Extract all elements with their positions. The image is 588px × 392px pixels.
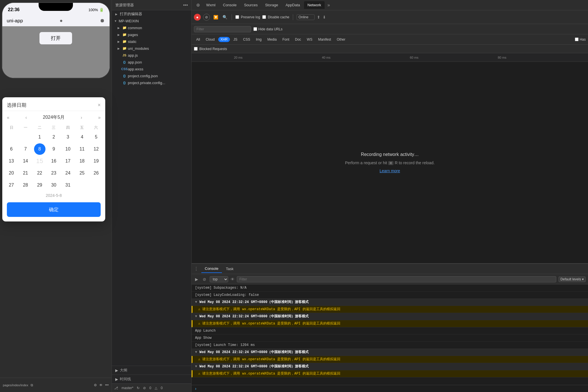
type-tab-js[interactable]: JS bbox=[231, 37, 240, 42]
tab-more-icon[interactable]: » bbox=[325, 1, 332, 9]
tree-item-project-config[interactable]: ▶ {} project.config.json bbox=[112, 72, 191, 79]
calendar-day[interactable]: 9 bbox=[48, 143, 59, 155]
tree-item-pages[interactable]: ▶ 📁 pages bbox=[112, 31, 191, 38]
disable-cache-input[interactable] bbox=[262, 15, 266, 19]
calendar-day[interactable]: 26 bbox=[90, 167, 102, 179]
calendar-day[interactable]: 15 bbox=[34, 155, 45, 167]
open-editors-item[interactable]: ▶ 打开的编辑器 bbox=[112, 10, 191, 18]
explorer-more-icon[interactable]: ••• bbox=[183, 3, 188, 8]
calendar-day[interactable]: 23 bbox=[48, 167, 59, 179]
has-input[interactable] bbox=[575, 37, 579, 41]
type-tab-cloud[interactable]: Cloud bbox=[203, 37, 217, 42]
devtools-cursor-icon[interactable]: ⊕ bbox=[194, 1, 202, 9]
calendar-day[interactable]: 4 bbox=[76, 131, 88, 143]
search-button[interactable]: 🔍 bbox=[221, 14, 228, 21]
calendar-days[interactable]: 1234567891011121314151617181920212223242… bbox=[2, 131, 105, 191]
type-tab-manifest[interactable]: Manifest bbox=[316, 37, 333, 42]
calendar-day[interactable]: 19 bbox=[90, 155, 102, 167]
console-context-select[interactable]: top bbox=[210, 276, 228, 282]
tree-item-appjs[interactable]: ▶ JS app.js bbox=[112, 52, 191, 59]
calendar-day[interactable]: 13 bbox=[6, 155, 17, 167]
timeline-section[interactable]: ▶ 时间线 bbox=[112, 375, 191, 383]
calendar-next-next-btn[interactable]: » bbox=[98, 115, 101, 120]
calendar-day[interactable]: 17 bbox=[62, 155, 74, 167]
learn-more-link[interactable]: Learn more bbox=[380, 169, 400, 173]
type-tab-img[interactable]: Img bbox=[254, 37, 264, 42]
calendar-day[interactable]: 2 bbox=[48, 131, 59, 143]
network-filter-input[interactable] bbox=[194, 26, 251, 32]
calendar-day[interactable]: 27 bbox=[6, 179, 17, 191]
calendar-prev-btn[interactable]: ‹ bbox=[25, 115, 27, 120]
hide-data-urls-input[interactable] bbox=[253, 27, 257, 31]
console-filter-input[interactable] bbox=[237, 276, 556, 282]
calendar-prev-prev-btn[interactable]: « bbox=[7, 115, 9, 120]
tree-item-project-private[interactable]: ▶ {} project.private.config... bbox=[112, 79, 191, 86]
copy-icon[interactable]: ⧉ bbox=[31, 383, 33, 387]
tree-item-common[interactable]: ▶ 📁 common bbox=[112, 24, 191, 31]
tree-item-uni-modules[interactable]: ▶ 📁 uni_modules bbox=[112, 45, 191, 52]
open-button[interactable]: 打开 bbox=[39, 32, 72, 44]
calendar-day[interactable]: 12 bbox=[90, 143, 102, 155]
eye-icon-console[interactable]: 👁 bbox=[231, 277, 235, 282]
calendar-day[interactable]: 30 bbox=[48, 179, 59, 191]
type-tab-xhr[interactable]: XHR bbox=[218, 37, 230, 42]
calendar-day[interactable]: 29 bbox=[34, 179, 45, 191]
bottom-more-icon[interactable]: ••• bbox=[105, 383, 109, 387]
console-stop-btn[interactable]: ⊘ bbox=[202, 276, 207, 282]
type-tab-media[interactable]: Media bbox=[265, 37, 279, 42]
calendar-day[interactable]: 31 bbox=[62, 179, 74, 191]
calendar-day[interactable]: 20 bbox=[6, 167, 17, 179]
tab-console-panel[interactable]: Console bbox=[201, 265, 222, 273]
calendar-next-btn[interactable]: › bbox=[81, 115, 82, 120]
calendar-day[interactable]: 14 bbox=[20, 155, 31, 167]
calendar-close-button[interactable]: × bbox=[98, 102, 101, 108]
tab-appdata[interactable]: AppData bbox=[282, 1, 303, 9]
stop-button[interactable]: ⊘ bbox=[203, 14, 210, 21]
tab-sources[interactable]: Sources bbox=[241, 1, 261, 9]
record-button[interactable]: ● bbox=[194, 14, 201, 21]
calendar-day[interactable]: 7 bbox=[20, 143, 31, 155]
tree-item-appjson[interactable]: ▶ {} app.json bbox=[112, 59, 191, 66]
tree-item-appwxss[interactable]: ▶ CSS app.wxss bbox=[112, 66, 191, 72]
calendar-confirm-button[interactable]: 确定 bbox=[7, 202, 101, 217]
timestamp-arrow[interactable]: ▼ bbox=[195, 314, 197, 319]
tab-task[interactable]: Task bbox=[223, 265, 237, 273]
tab-storage[interactable]: Storage bbox=[262, 1, 282, 9]
type-tab-doc[interactable]: Doc bbox=[293, 37, 303, 42]
mp-weixin-section[interactable]: ▼ MP-WEIXIN bbox=[112, 18, 191, 24]
hide-data-urls-checkbox[interactable]: Hide data URLs bbox=[253, 27, 283, 31]
calendar-day[interactable]: 6 bbox=[6, 143, 17, 155]
timestamp-arrow[interactable]: ▼ bbox=[195, 350, 197, 355]
outline-section[interactable]: ▶ 大纲 bbox=[112, 366, 191, 375]
reload-icon[interactable]: ↻ bbox=[137, 386, 140, 390]
calendar-day[interactable]: 28 bbox=[20, 179, 31, 191]
console-play-btn[interactable]: ▶ bbox=[194, 276, 199, 282]
tree-item-static[interactable]: ▶ 📁 static bbox=[112, 38, 191, 45]
type-tab-ws[interactable]: WS bbox=[305, 37, 315, 42]
calendar-day[interactable]: 16 bbox=[48, 155, 59, 167]
type-tab-font[interactable]: Font bbox=[280, 37, 291, 42]
calendar-day[interactable]: 25 bbox=[76, 167, 88, 179]
tab-console[interactable]: Console bbox=[220, 1, 240, 9]
tab-wxml[interactable]: Wxml bbox=[203, 1, 219, 9]
calendar-day[interactable]: 21 bbox=[20, 167, 31, 179]
eye-icon[interactable]: 👁 bbox=[99, 383, 103, 387]
has-checkbox[interactable]: Has bbox=[575, 37, 586, 41]
type-tab-other[interactable]: Other bbox=[335, 37, 348, 42]
settings-icon[interactable]: ⚙ bbox=[94, 383, 97, 387]
type-tab-css[interactable]: CSS bbox=[241, 37, 253, 42]
preserve-log-checkbox[interactable]: Preserve log bbox=[235, 15, 260, 19]
calendar-day[interactable]: 18 bbox=[76, 155, 88, 167]
filter-button[interactable]: 🔽 bbox=[212, 14, 219, 21]
calendar-day[interactable]: 11 bbox=[76, 143, 88, 155]
throttle-select[interactable]: Online bbox=[297, 14, 315, 20]
calendar-day[interactable]: 10 bbox=[62, 143, 74, 155]
calendar-day[interactable]: 3 bbox=[62, 131, 74, 143]
calendar-day[interactable]: 1 bbox=[34, 131, 45, 143]
preserve-log-input[interactable] bbox=[235, 15, 239, 19]
calendar-day[interactable]: 22 bbox=[34, 167, 45, 179]
blocked-requests-checkbox[interactable] bbox=[194, 47, 198, 51]
console-prompt-input[interactable] bbox=[199, 387, 585, 391]
timestamp-arrow[interactable]: ▼ bbox=[195, 364, 197, 369]
calendar-day[interactable]: 24 bbox=[62, 167, 74, 179]
